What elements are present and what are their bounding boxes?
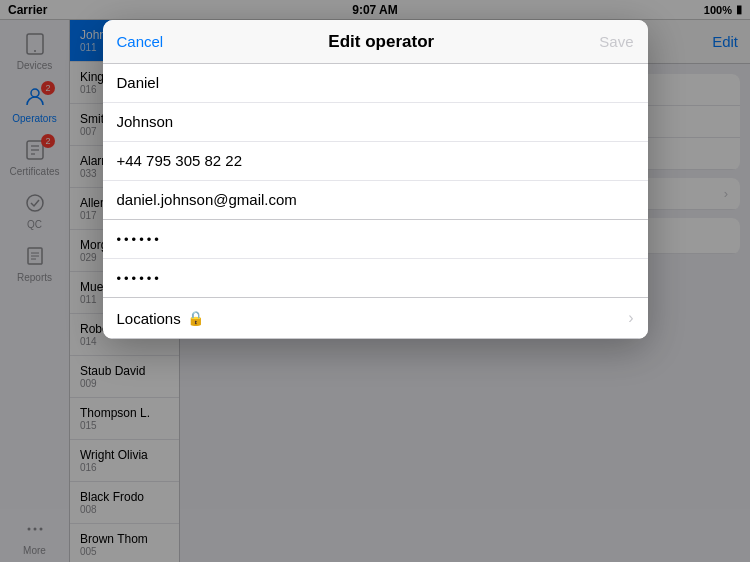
modal-overlay: Cancel Edit operator Save [0,0,750,562]
password-input[interactable] [117,232,634,247]
locations-label: Locations [117,310,181,327]
phone-input[interactable] [117,152,634,169]
modal-section-password [103,220,648,298]
locations-left: Locations 🔒 [117,310,204,327]
modal-field-phone [103,142,648,181]
email-input[interactable] [117,191,634,208]
modal-field-password1 [103,220,648,259]
modal-body: Locations 🔒 › [103,64,648,339]
locations-row[interactable]: Locations 🔒 › [103,298,648,338]
modal-section-name-fields [103,64,648,220]
modal-field-firstname [103,64,648,103]
locations-chevron-icon: › [628,309,633,327]
modal-field-password2 [103,259,648,297]
modal-cancel-button[interactable]: Cancel [117,33,164,50]
modal-section-locations: Locations 🔒 › [103,298,648,339]
lock-icon: 🔒 [187,310,204,326]
modal-save-button[interactable]: Save [599,33,633,50]
modal-field-lastname [103,103,648,142]
last-name-input[interactable] [117,113,634,130]
modal-field-email [103,181,648,219]
modal-title: Edit operator [328,32,434,52]
first-name-input[interactable] [117,74,634,91]
edit-operator-modal: Cancel Edit operator Save [103,20,648,339]
modal-nav: Cancel Edit operator Save [103,20,648,64]
confirm-password-input[interactable] [117,271,634,286]
